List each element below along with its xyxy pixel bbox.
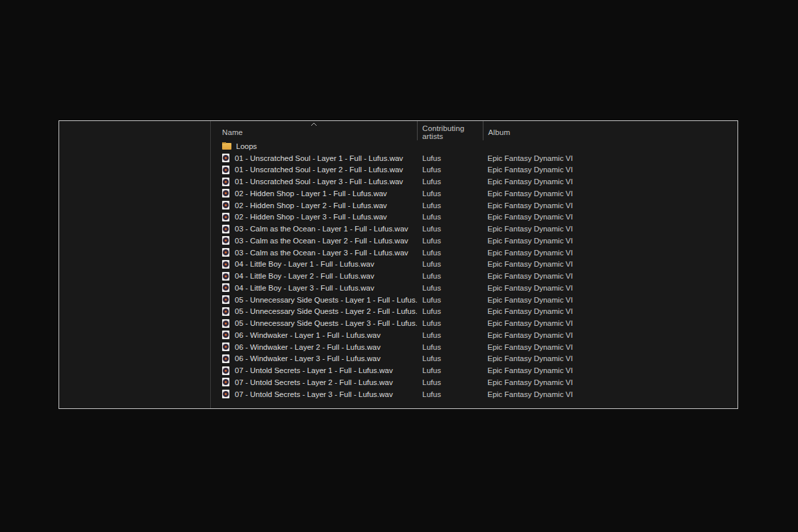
audio-file-icon	[222, 154, 229, 162]
file-album: Epic Fantasy Dynamic VI	[483, 260, 737, 268]
file-row[interactable]: 06 - Windwaker - Layer 1 - Full - Lufus.…	[211, 329, 737, 341]
file-row[interactable]: 05 - Unnecessary Side Quests - Layer 1 -…	[211, 294, 737, 306]
file-row[interactable]: 06 - Windwaker - Layer 3 - Full - Lufus.…	[211, 353, 737, 365]
file-row[interactable]: 04 - Little Boy - Layer 1 - Full - Lufus…	[211, 259, 737, 271]
file-album: Epic Fantasy Dynamic VI	[483, 178, 737, 186]
audio-file-icon	[222, 236, 229, 245]
file-album: Epic Fantasy Dynamic VI	[483, 154, 737, 162]
folder-name: Loops	[236, 142, 257, 150]
file-album: Epic Fantasy Dynamic VI	[483, 201, 737, 209]
folder-icon	[222, 143, 231, 150]
file-contributing-artist: Lufus	[417, 213, 483, 221]
file-row[interactable]: 03 - Calm as the Ocean - Layer 2 - Full …	[211, 235, 737, 247]
file-name: 02 - Hidden Shop - Layer 2 - Full - Lufu…	[235, 201, 387, 209]
file-name: 01 - Unscratched Soul - Layer 3 - Full -…	[235, 178, 403, 186]
audio-file-icon	[222, 295, 229, 304]
file-contributing-artist: Lufus	[417, 390, 483, 398]
file-album: Epic Fantasy Dynamic VI	[483, 307, 737, 315]
audio-file-icon	[222, 319, 229, 328]
audio-file-icon	[222, 178, 229, 186]
file-row[interactable]: 05 - Unnecessary Side Quests - Layer 2 -…	[211, 306, 737, 318]
file-row[interactable]: 03 - Calm as the Ocean - Layer 3 - Full …	[211, 247, 737, 259]
audio-file-icon	[222, 331, 229, 339]
file-row[interactable]: 04 - Little Boy - Layer 3 - Full - Lufus…	[211, 282, 737, 294]
navigation-pane[interactable]	[59, 121, 211, 408]
audio-file-icon	[222, 213, 229, 221]
file-album: Epic Fantasy Dynamic VI	[483, 237, 737, 245]
file-contributing-artist: Lufus	[417, 284, 483, 292]
file-album: Epic Fantasy Dynamic VI	[483, 213, 737, 221]
file-contributing-artist: Lufus	[417, 249, 483, 257]
file-name: 03 - Calm as the Ocean - Layer 1 - Full …	[235, 225, 408, 233]
file-row[interactable]: 07 - Untold Secrets - Layer 3 - Full - L…	[211, 388, 737, 400]
file-name: 06 - Windwaker - Layer 3 - Full - Lufus.…	[235, 354, 380, 362]
file-explorer-window: Name Contributing artists Album Loops	[59, 120, 738, 409]
file-row[interactable]: 07 - Untold Secrets - Layer 1 - Full - L…	[211, 364, 737, 376]
file-row[interactable]: 02 - Hidden Shop - Layer 1 - Full - Lufu…	[211, 188, 737, 200]
file-album: Epic Fantasy Dynamic VI	[483, 390, 737, 398]
column-header-album-label: Album	[488, 128, 510, 136]
file-name: 02 - Hidden Shop - Layer 1 - Full - Lufu…	[235, 190, 387, 198]
file-contributing-artist: Lufus	[417, 378, 483, 386]
file-name: 07 - Untold Secrets - Layer 1 - Full - L…	[235, 366, 393, 374]
file-name: 07 - Untold Secrets - Layer 3 - Full - L…	[235, 390, 393, 398]
file-contributing-artist: Lufus	[417, 166, 483, 174]
file-album: Epic Fantasy Dynamic VI	[483, 225, 737, 233]
file-name: 02 - Hidden Shop - Layer 3 - Full - Lufu…	[235, 213, 387, 221]
file-row[interactable]: 01 - Unscratched Soul - Layer 2 - Full -…	[211, 164, 737, 176]
file-album: Epic Fantasy Dynamic VI	[483, 366, 737, 374]
file-name: 06 - Windwaker - Layer 2 - Full - Lufus.…	[235, 343, 380, 351]
audio-file-icon	[222, 390, 229, 398]
file-row[interactable]: 03 - Calm as the Ocean - Layer 1 - Full …	[211, 223, 737, 235]
file-name: 07 - Untold Secrets - Layer 2 - Full - L…	[235, 378, 393, 386]
file-name: 01 - Unscratched Soul - Layer 1 - Full -…	[235, 154, 403, 162]
file-contributing-artist: Lufus	[417, 178, 483, 186]
file-contributing-artist: Lufus	[417, 307, 483, 315]
file-row[interactable]: 06 - Windwaker - Layer 2 - Full - Lufus.…	[211, 341, 737, 353]
audio-file-icon	[222, 378, 229, 386]
column-header-album[interactable]: Album	[483, 121, 737, 140]
file-list-pane: Name Contributing artists Album Loops	[211, 121, 737, 408]
audio-file-icon	[222, 366, 229, 375]
file-row[interactable]: 02 - Hidden Shop - Layer 2 - Full - Lufu…	[211, 200, 737, 211]
audio-file-icon	[222, 354, 229, 363]
file-album: Epic Fantasy Dynamic VI	[483, 296, 737, 304]
file-row[interactable]: 07 - Untold Secrets - Layer 2 - Full - L…	[211, 376, 737, 388]
file-album: Epic Fantasy Dynamic VI	[483, 249, 737, 257]
file-row[interactable]: 05 - Unnecessary Side Quests - Layer 3 -…	[211, 317, 737, 329]
file-row[interactable]: 02 - Hidden Shop - Layer 3 - Full - Lufu…	[211, 211, 737, 223]
column-header-contributing-artists[interactable]: Contributing artists	[417, 121, 483, 140]
audio-file-icon	[222, 260, 229, 269]
file-name: 04 - Little Boy - Layer 1 - Full - Lufus…	[235, 260, 374, 268]
file-row[interactable]: 04 - Little Boy - Layer 2 - Full - Lufus…	[211, 270, 737, 282]
audio-file-icon	[222, 248, 229, 257]
audio-file-icon	[222, 225, 229, 233]
audio-file-icon	[222, 342, 229, 351]
file-contributing-artist: Lufus	[417, 154, 483, 162]
file-album: Epic Fantasy Dynamic VI	[483, 190, 737, 198]
sort-ascending-chevron-icon[interactable]	[311, 122, 317, 126]
file-contributing-artist: Lufus	[417, 260, 483, 268]
file-row[interactable]: 01 - Unscratched Soul - Layer 1 - Full -…	[211, 152, 737, 164]
file-contributing-artist: Lufus	[417, 319, 483, 327]
column-header-name[interactable]: Name	[211, 121, 417, 140]
file-name: 01 - Unscratched Soul - Layer 2 - Full -…	[235, 166, 403, 174]
file-name: 05 - Unnecessary Side Quests - Layer 2 -…	[235, 307, 417, 315]
folder-row[interactable]: Loops	[211, 140, 737, 152]
file-row[interactable]: 01 - Unscratched Soul - Layer 3 - Full -…	[211, 176, 737, 188]
file-album: Epic Fantasy Dynamic VI	[483, 343, 737, 351]
file-name: 04 - Little Boy - Layer 2 - Full - Lufus…	[235, 272, 374, 280]
file-list: Loops 01 - Unscratched Soul - Layer 1 - …	[211, 140, 737, 400]
file-contributing-artist: Lufus	[417, 237, 483, 245]
desktop-background: Name Contributing artists Album Loops	[0, 0, 798, 532]
audio-file-icon	[222, 166, 229, 174]
file-contributing-artist: Lufus	[417, 190, 483, 198]
file-album: Epic Fantasy Dynamic VI	[483, 319, 737, 327]
column-header-artists-label: Contributing artists	[422, 124, 483, 140]
file-contributing-artist: Lufus	[417, 331, 483, 339]
file-contributing-artist: Lufus	[417, 366, 483, 374]
file-contributing-artist: Lufus	[417, 201, 483, 209]
file-contributing-artist: Lufus	[417, 296, 483, 304]
file-contributing-artist: Lufus	[417, 343, 483, 351]
file-name: 06 - Windwaker - Layer 1 - Full - Lufus.…	[235, 331, 380, 339]
